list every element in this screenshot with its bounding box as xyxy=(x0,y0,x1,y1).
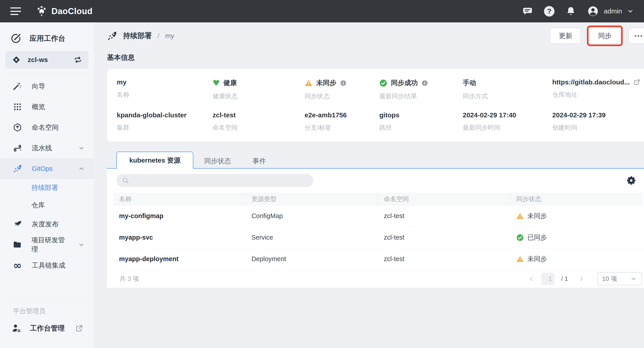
field-cluster: kpanda-global-cluster 集群 xyxy=(117,111,212,132)
topbar: DaoCloud ? admin xyxy=(0,0,644,23)
heart-icon: ♥ xyxy=(212,79,220,87)
page-number-input[interactable] xyxy=(542,273,554,285)
column-header-sync-status: 同步状态 xyxy=(510,193,643,205)
chevron-down-icon xyxy=(78,144,85,152)
infinity-icon: ∞ xyxy=(12,260,22,270)
synced-icon xyxy=(516,234,524,241)
field-health-status: ♥ 健康 健康状态 xyxy=(212,78,304,101)
tab-sync-status[interactable]: 同步状态 xyxy=(193,154,242,168)
table-row[interactable]: my-configmap ConfigMap zcl-test 未同步 xyxy=(113,205,643,227)
basic-info-card: my 名称 ♥ 健康 健康状态 未同步 xyxy=(107,69,644,142)
search-input[interactable] xyxy=(132,177,308,184)
chevron-up-icon xyxy=(78,165,85,172)
more-actions-button[interactable]: ••• xyxy=(628,28,644,44)
field-name: my 名称 xyxy=(117,78,212,101)
tab-bar: kubernetes 资源 同步状态 事件 xyxy=(107,152,644,169)
sidebar-item-toolchain[interactable]: ∞ 工具链集成 xyxy=(0,255,94,276)
basic-info-title: 基本信息 xyxy=(107,53,644,62)
page-total: / 1 xyxy=(561,275,568,282)
prev-page-icon[interactable] xyxy=(528,275,535,282)
column-header-namespace: 命名空间 xyxy=(378,193,510,205)
username: admin xyxy=(604,8,622,15)
sidebar-item-workbench-management[interactable]: 工作台管理 xyxy=(0,319,94,338)
rocket-icon xyxy=(107,31,117,41)
workspace-name: zcl-ws xyxy=(28,56,48,64)
repo-url-link[interactable]: https://gitlab.daocloud... xyxy=(552,78,630,86)
brand-name: DaoCloud xyxy=(52,7,92,16)
next-page-icon[interactable] xyxy=(578,275,585,282)
tab-events[interactable]: 事件 xyxy=(242,154,276,168)
warning-icon xyxy=(516,212,524,220)
resources-table: 名称 资源类型 命名空间 同步状态 my-configmap ConfigMap… xyxy=(113,193,643,288)
table-settings-gear-icon[interactable] xyxy=(626,176,636,185)
admin-user-icon xyxy=(11,323,22,333)
annotation-highlight-box: 同步 xyxy=(587,26,623,46)
sidebar-item-overview[interactable]: 概览 xyxy=(0,97,94,117)
role-label: 平台管理员 xyxy=(0,300,94,319)
chevron-down-icon xyxy=(78,241,85,248)
messages-icon[interactable] xyxy=(522,6,533,17)
breadcrumb-root[interactable]: 持续部署 xyxy=(123,31,152,41)
field-sync-mode: 手动 同步方式 xyxy=(463,78,552,101)
update-button[interactable]: 更新 xyxy=(550,28,581,44)
tab-kubernetes-resources[interactable]: kubernetes 资源 xyxy=(116,152,193,169)
external-link-icon[interactable] xyxy=(634,79,640,86)
sidebar-subitem-repository[interactable]: 仓库 xyxy=(0,196,94,214)
help-icon[interactable]: ? xyxy=(544,6,554,17)
table-header: 名称 资源类型 命名空间 同步状态 xyxy=(113,193,643,205)
tab-panel: 名称 资源类型 命名空间 同步状态 my-configmap ConfigMap… xyxy=(107,169,644,288)
search-icon xyxy=(122,177,129,184)
sidebar-item-pipelines[interactable]: 流水线 xyxy=(0,138,94,158)
search-box[interactable] xyxy=(116,174,313,187)
breadcrumb-separator: / xyxy=(158,32,159,40)
total-count: 共 3 项 xyxy=(114,274,139,283)
field-sync-status: 未同步 同步状态 xyxy=(304,78,379,101)
sync-button[interactable]: 同步 xyxy=(589,28,620,44)
sidebar-item-wizard[interactable]: 向导 xyxy=(0,76,94,97)
notifications-bell-icon[interactable] xyxy=(566,6,576,16)
success-icon xyxy=(379,79,387,87)
workbench-icon xyxy=(10,33,22,44)
sidebar: 应用工作台 zcl-ws xyxy=(0,23,94,348)
chevron-down-icon xyxy=(630,275,637,282)
sidebar-item-gitops[interactable]: GitOps xyxy=(0,158,94,179)
avatar xyxy=(587,5,599,17)
folder-icon xyxy=(12,240,22,249)
main-content: 持续部署 / my 更新 同步 ••• 基本信息 my 名称 ♥ 健康 xyxy=(94,23,644,348)
table-row[interactable]: myapp-deployment Deployment zcl-test 未同步 xyxy=(113,248,643,270)
status-badge: 已同步 xyxy=(510,233,643,242)
breadcrumb: 持续部署 / my xyxy=(107,31,174,41)
page-size-select[interactable]: 10 项 xyxy=(597,272,642,285)
external-link-icon xyxy=(76,324,83,332)
table-row[interactable]: myapp-svc Service zcl-test 已同步 xyxy=(113,227,643,248)
status-badge: 未同步 xyxy=(510,255,643,264)
field-repo-url: https://gitlab.daocloud... 仓库地址 xyxy=(552,78,640,101)
sidebar-subitem-continuous-deployment[interactable]: 持续部署 xyxy=(0,179,94,196)
brand: DaoCloud xyxy=(36,5,92,17)
info-icon[interactable] xyxy=(421,80,428,87)
pipeline-icon xyxy=(12,143,22,153)
field-last-sync-time: 2024-02-29 17:40 最新同步时间 xyxy=(463,111,552,132)
bird-icon xyxy=(12,219,22,229)
menu-toggle-icon[interactable] xyxy=(10,8,21,15)
info-icon[interactable] xyxy=(340,80,346,87)
sidebar-item-namespaces[interactable]: 命名空间 xyxy=(0,117,94,138)
workspace-switcher[interactable]: zcl-ws xyxy=(5,51,88,69)
status-badge: 未同步 xyxy=(510,212,643,221)
cube-icon xyxy=(12,123,22,132)
grid-icon xyxy=(12,102,22,111)
daocloud-logo-icon xyxy=(36,5,48,17)
user-menu[interactable]: admin xyxy=(587,5,634,17)
field-namespace: zcl-test 命名空间 xyxy=(212,111,304,132)
sidebar-section-title: 应用工作台 xyxy=(0,29,94,48)
sidebar-item-gray-release[interactable]: 灰度发布 xyxy=(0,214,94,234)
breadcrumb-current: my xyxy=(165,32,174,40)
switch-workspace-icon[interactable] xyxy=(74,55,82,64)
field-created-time: 2024-02-29 17:39 创建时间 xyxy=(552,111,640,132)
warning-icon xyxy=(516,255,524,263)
table-footer: 共 3 项 / 1 10 项 xyxy=(113,270,643,288)
sidebar-item-project-management[interactable]: 项目研发管理 xyxy=(0,234,94,255)
field-last-sync-result: 同步成功 最新同步结果 xyxy=(379,78,463,101)
warning-icon xyxy=(304,79,312,87)
column-header-name: 名称 xyxy=(113,193,246,205)
